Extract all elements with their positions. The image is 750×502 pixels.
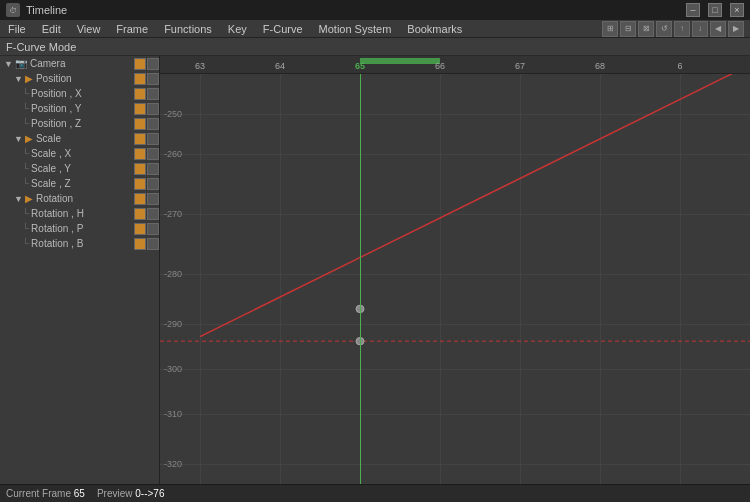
row-icon-vis[interactable] xyxy=(147,118,159,130)
toolbar-icon-6[interactable]: ↓ xyxy=(692,21,708,37)
tree-label-position: Position xyxy=(36,73,72,84)
tree-row-position-y[interactable]: └ Position , Y xyxy=(0,101,159,116)
row-icon-vis[interactable] xyxy=(147,163,159,175)
row-icon-key[interactable] xyxy=(134,163,146,175)
ruler-label-68: 68 xyxy=(595,61,605,71)
row-icons xyxy=(133,223,159,235)
tree-row-position-x[interactable]: └ Position , X xyxy=(0,86,159,101)
row-icons xyxy=(133,118,159,130)
red-diagonal-curve xyxy=(200,74,750,337)
tree-row-scale-z[interactable]: └ Scale , Z xyxy=(0,176,159,191)
tree-row-rotation[interactable]: ▼ ▶ Rotation xyxy=(0,191,159,206)
leaf-dash: └ xyxy=(22,88,29,99)
tree-row-scale-x[interactable]: └ Scale , X xyxy=(0,146,159,161)
row-icon-vis[interactable] xyxy=(147,193,159,205)
menu-file[interactable]: File xyxy=(0,20,34,37)
row-icon-vis[interactable] xyxy=(147,73,159,85)
menu-edit[interactable]: Edit xyxy=(34,20,69,37)
app-icon: ⏱ xyxy=(6,3,20,17)
playhead[interactable] xyxy=(360,74,361,484)
row-icon-vis[interactable] xyxy=(147,88,159,100)
row-icons xyxy=(133,103,159,115)
row-icon-vis[interactable] xyxy=(147,148,159,160)
expand-icon: ▼ xyxy=(4,59,13,69)
tree-label-scale: Scale xyxy=(36,133,61,144)
toolbar-icon-7[interactable]: ◀ xyxy=(710,21,726,37)
menu-bookmarks[interactable]: Bookmarks xyxy=(399,20,470,37)
row-icons xyxy=(133,193,159,205)
toolbar-icon-3[interactable]: ⊠ xyxy=(638,21,654,37)
close-button[interactable]: × xyxy=(730,3,744,17)
row-icon-key[interactable] xyxy=(134,208,146,220)
row-icons xyxy=(133,88,159,100)
menu-bar: File Edit View Frame Functions Key F-Cur… xyxy=(0,20,750,38)
leaf-dash: └ xyxy=(22,163,29,174)
tree-row-scale-y[interactable]: └ Scale , Y xyxy=(0,161,159,176)
expand-icon: ▼ xyxy=(14,194,23,204)
row-icon-key[interactable] xyxy=(134,238,146,250)
folder-icon: ▶ xyxy=(25,73,33,84)
mode-label: F-Curve Mode xyxy=(6,41,76,53)
row-icon-key[interactable] xyxy=(134,58,146,70)
row-icon-key[interactable] xyxy=(134,148,146,160)
menu-functions[interactable]: Functions xyxy=(156,20,220,37)
row-icon-vis[interactable] xyxy=(147,178,159,190)
row-icons xyxy=(133,208,159,220)
tree-row-rotation-h[interactable]: └ Rotation , H xyxy=(0,206,159,221)
row-icon-key[interactable] xyxy=(134,73,146,85)
tree-row-scale[interactable]: ▼ ▶ Scale xyxy=(0,131,159,146)
toolbar-icon-8[interactable]: ▶ xyxy=(728,21,744,37)
row-icon-vis[interactable] xyxy=(147,223,159,235)
tree-row-position-z[interactable]: └ Position , Z xyxy=(0,116,159,131)
toolbar-icons: ⊞ ⊟ ⊠ ↺ ↑ ↓ ◀ ▶ xyxy=(602,21,750,37)
preview-label: Preview xyxy=(97,488,133,499)
maximize-button[interactable]: □ xyxy=(708,3,722,17)
row-icons xyxy=(133,133,159,145)
tree-row-camera[interactable]: ▼ 📷 Camera xyxy=(0,56,159,71)
ruler-label-66: 66 xyxy=(435,61,445,71)
toolbar-icon-2[interactable]: ⊟ xyxy=(620,21,636,37)
row-icon-key[interactable] xyxy=(134,118,146,130)
tree-row-rotation-b[interactable]: └ Rotation , B xyxy=(0,236,159,251)
row-icon-key[interactable] xyxy=(134,223,146,235)
tree-row-position[interactable]: ▼ ▶ Position xyxy=(0,71,159,86)
tree-label-rotation: Rotation xyxy=(36,193,73,204)
row-icon-key[interactable] xyxy=(134,133,146,145)
tree-label-position-z: Position , Z xyxy=(31,118,81,129)
tree-label-camera: Camera xyxy=(30,58,66,69)
menu-key[interactable]: Key xyxy=(220,20,255,37)
main-area: ▼ 📷 Camera ▼ ▶ Position └ Position , X xyxy=(0,56,750,484)
menu-motion-system[interactable]: Motion System xyxy=(311,20,400,37)
ruler-label-6x: 6 xyxy=(677,61,682,71)
leaf-dash: └ xyxy=(22,148,29,159)
toolbar-icon-1[interactable]: ⊞ xyxy=(602,21,618,37)
current-frame-value: 65 xyxy=(74,488,85,499)
tree-label-position-y: Position , Y xyxy=(31,103,81,114)
row-icon-vis[interactable] xyxy=(147,58,159,70)
row-icon-key[interactable] xyxy=(134,88,146,100)
row-icon-vis[interactable] xyxy=(147,208,159,220)
menu-frame[interactable]: Frame xyxy=(108,20,156,37)
row-icon-key[interactable] xyxy=(134,103,146,115)
ruler-label-64: 64 xyxy=(275,61,285,71)
menu-fcurve[interactable]: F-Curve xyxy=(255,20,311,37)
minimize-button[interactable]: – xyxy=(686,3,700,17)
leaf-dash: └ xyxy=(22,178,29,189)
leaf-dash: └ xyxy=(22,103,29,114)
toolbar-icon-4[interactable]: ↺ xyxy=(656,21,672,37)
timeline-ruler[interactable]: 63 64 65 66 67 68 6 xyxy=(160,56,750,74)
row-icon-vis[interactable] xyxy=(147,103,159,115)
row-icons xyxy=(133,148,159,160)
row-icon-vis[interactable] xyxy=(147,238,159,250)
camera-folder-icon: 📷 xyxy=(15,58,27,69)
folder-icon: ▶ xyxy=(25,193,33,204)
mode-bar: F-Curve Mode xyxy=(0,38,750,56)
row-icon-key[interactable] xyxy=(134,193,146,205)
toolbar-icon-5[interactable]: ↑ xyxy=(674,21,690,37)
row-icon-vis[interactable] xyxy=(147,133,159,145)
preview-value: 0-->76 xyxy=(135,488,164,499)
menu-view[interactable]: View xyxy=(69,20,109,37)
row-icon-key[interactable] xyxy=(134,178,146,190)
tree-row-rotation-p[interactable]: └ Rotation , P xyxy=(0,221,159,236)
current-frame-label: Current Frame xyxy=(6,488,71,499)
